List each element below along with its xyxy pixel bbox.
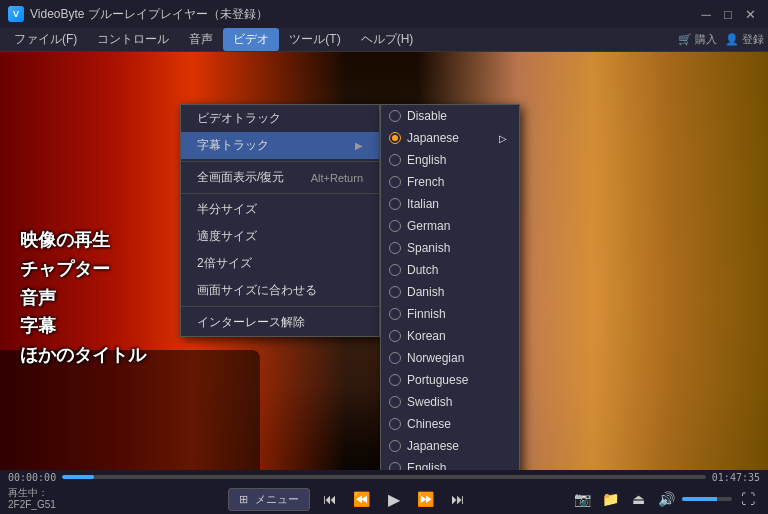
subtitle-line-2: チャプター [20, 255, 146, 284]
menu-control[interactable]: コントロール [87, 28, 179, 51]
subtitle-item-disable[interactable]: Disable [381, 105, 519, 127]
menu-double-size[interactable]: 2倍サイズ [181, 250, 379, 277]
subtitle-line-1: 映像の再生 [20, 226, 146, 255]
radio-dot-portuguese [389, 374, 401, 386]
buy-button[interactable]: 🛒 購入 [678, 32, 717, 47]
progress-area: 00:00:00 01:47:35 [0, 470, 768, 484]
radio-dot-german1 [389, 220, 401, 232]
menu-tools[interactable]: ツール(T) [279, 28, 350, 51]
radio-dot-korean [389, 330, 401, 342]
radio-dot-dutch [389, 264, 401, 276]
progress-bar-background[interactable] [62, 475, 706, 479]
menu-video-track[interactable]: ビデオトラック [181, 105, 379, 132]
subtitle-item-danish[interactable]: Danish [381, 281, 519, 303]
menu-bar-right: 🛒 購入 👤 登録 [678, 32, 764, 47]
title-bar: V VideoByte ブルーレイプレイヤー（未登録） ─ □ ✕ [0, 0, 768, 28]
menu-fullscreen[interactable]: 全画面表示/復元 Alt+Return [181, 164, 379, 191]
maximize-button[interactable]: □ [718, 4, 738, 24]
window-controls: ─ □ ✕ [696, 4, 760, 24]
fullscreen-button[interactable]: ⛶ [736, 487, 760, 511]
time-start: 00:00:00 [8, 472, 56, 483]
subtitle-item-japanese2[interactable]: Japanese [381, 435, 519, 457]
folder-button[interactable]: 📁 [598, 487, 622, 511]
radio-dot-finnish [389, 308, 401, 320]
video-dropdown: ビデオトラック 字幕トラック ▶ 全画面表示/復元 Alt+Return 半分サ… [180, 104, 380, 337]
menu-subtitle-track[interactable]: 字幕トラック ▶ [181, 132, 379, 159]
menu-bar: ファイル(F) コントロール 音声 ビデオ ツール(T) ヘルプ(H) 🛒 購入… [0, 28, 768, 52]
radio-dot-norwegian [389, 352, 401, 364]
cursor-indicator: ▷ [499, 133, 507, 144]
subtitle-item-english2[interactable]: English [381, 457, 519, 470]
app-icon: V [8, 6, 24, 22]
time-end: 01:47:35 [712, 472, 760, 483]
subtitle-item-italian1[interactable]: Italian [381, 193, 519, 215]
radio-dot-chinese [389, 418, 401, 430]
menu-separator-3 [181, 306, 379, 307]
radio-dot-french1 [389, 176, 401, 188]
subtitle-item-korean[interactable]: Korean [381, 325, 519, 347]
cart-icon: 🛒 [678, 33, 692, 46]
radio-dot-italian1 [389, 198, 401, 210]
subtitle-item-chinese[interactable]: Chinese [381, 413, 519, 435]
subtitle-item-dutch[interactable]: Dutch [381, 259, 519, 281]
close-button[interactable]: ✕ [740, 4, 760, 24]
progress-bar-fill [62, 475, 94, 479]
subtitle-item-finnish[interactable]: Finnish [381, 303, 519, 325]
forward-button[interactable]: ⏩ [414, 487, 438, 511]
menu-normal-size[interactable]: 適度サイズ [181, 223, 379, 250]
playback-controls: ⊞ メニュー ⏮ ⏪ ▶ ⏩ ⏭ [132, 487, 566, 511]
subtitle-submenu: DisableJapanese▷EnglishFrenchItalianGerm… [380, 104, 520, 470]
screenshot-button[interactable]: 📷 [570, 487, 594, 511]
radio-dot-danish [389, 286, 401, 298]
radio-dot-english1 [389, 154, 401, 166]
subtitle-line-4: 字幕 [20, 312, 146, 341]
window-title: VideoByte ブルーレイプレイヤー（未登録） [30, 6, 696, 23]
radio-dot-spanish1 [389, 242, 401, 254]
subtitle-line-5: ほかのタイトル [20, 341, 146, 370]
play-button[interactable]: ▶ [382, 487, 406, 511]
subtitle-overlay: 映像の再生 チャプター 音声 字幕 ほかのタイトル [20, 226, 146, 370]
subtitle-item-spanish1[interactable]: Spanish [381, 237, 519, 259]
menu-file[interactable]: ファイル(F) [4, 28, 87, 51]
radio-dot-english2 [389, 462, 401, 470]
controls-bar: 00:00:00 01:47:35 再生中： 2F2F_G51 ⊞ メニュー ⏮… [0, 470, 768, 514]
controls-buttons: 再生中： 2F2F_G51 ⊞ メニュー ⏮ ⏪ ▶ ⏩ ⏭ 📷 📁 ⏏ 🔊 [0, 484, 768, 514]
next-button[interactable]: ⏭ [446, 487, 470, 511]
video-area: 映像の再生 チャプター 音声 字幕 ほかのタイトル ビデオトラック 字幕トラック… [0, 52, 768, 470]
menu-audio[interactable]: 音声 [179, 28, 223, 51]
video-menu: ビデオトラック 字幕トラック ▶ 全画面表示/復元 Alt+Return 半分サ… [180, 104, 380, 337]
eject-button[interactable]: ⏏ [626, 487, 650, 511]
playback-status: 再生中： 2F2F_G51 [8, 487, 56, 511]
radio-dot-japanese2 [389, 440, 401, 452]
user-icon: 👤 [725, 33, 739, 46]
menu-video[interactable]: ビデオ [223, 28, 279, 51]
subtitle-line-3: 音声 [20, 284, 146, 313]
submenu-arrow-icon: ▶ [355, 140, 363, 151]
subtitle-item-english1[interactable]: English [381, 149, 519, 171]
volume-controls: 📷 📁 ⏏ 🔊 ⛶ [570, 487, 760, 511]
menu-separator-2 [181, 193, 379, 194]
volume-icon[interactable]: 🔊 [654, 487, 678, 511]
subtitle-item-french1[interactable]: French [381, 171, 519, 193]
menu-button[interactable]: ⊞ メニュー [228, 488, 309, 511]
menu-separator-1 [181, 161, 379, 162]
grid-icon: ⊞ [239, 493, 248, 505]
menu-help[interactable]: ヘルプ(H) [351, 28, 424, 51]
volume-slider[interactable] [682, 497, 732, 501]
minimize-button[interactable]: ─ [696, 4, 716, 24]
subtitle-item-german1[interactable]: German [381, 215, 519, 237]
radio-dot-disable [389, 110, 401, 122]
radio-dot-swedish [389, 396, 401, 408]
subtitle-item-swedish[interactable]: Swedish [381, 391, 519, 413]
menu-fit-size[interactable]: 画面サイズに合わせる [181, 277, 379, 304]
rewind-button[interactable]: ⏪ [350, 487, 374, 511]
radio-dot-japanese1 [389, 132, 401, 144]
status-area: 再生中： 2F2F_G51 [8, 487, 128, 511]
prev-button[interactable]: ⏮ [318, 487, 342, 511]
subtitle-item-portuguese[interactable]: Portuguese [381, 369, 519, 391]
register-button[interactable]: 👤 登録 [725, 32, 764, 47]
subtitle-item-norwegian[interactable]: Norwegian [381, 347, 519, 369]
subtitle-item-japanese1[interactable]: Japanese▷ [381, 127, 519, 149]
menu-deinterlace[interactable]: インターレース解除 [181, 309, 379, 336]
menu-half-size[interactable]: 半分サイズ [181, 196, 379, 223]
